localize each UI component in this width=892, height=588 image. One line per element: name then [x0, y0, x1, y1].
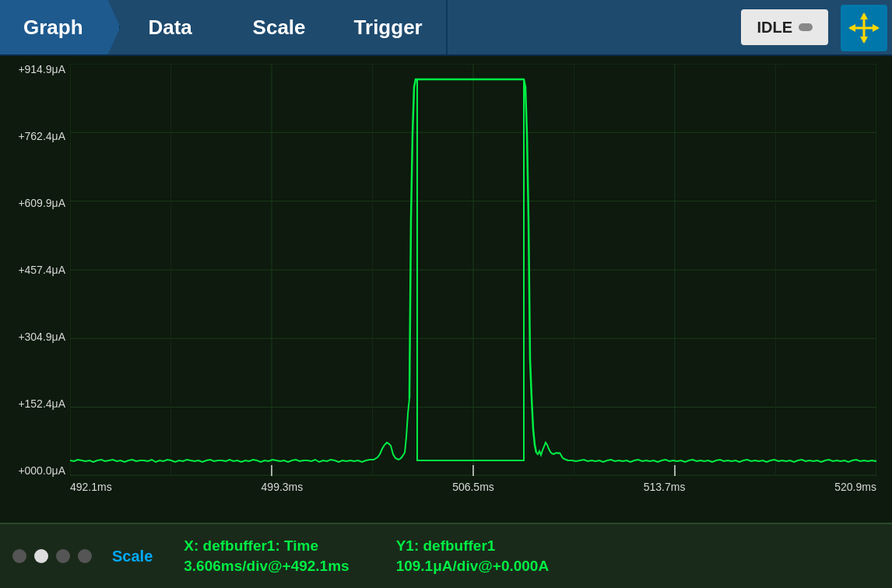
x-label-4: 520.9ms	[834, 481, 876, 493]
tab-trigger-label: Trigger	[354, 16, 423, 40]
y-title: Y1: defbuffer1	[396, 537, 550, 555]
tab-scale-label: Scale	[253, 16, 306, 40]
x-axis: 492.1ms 499.3ms 506.5ms 513.7ms 520.9ms	[70, 476, 876, 515]
y-label-6: +000.0μA	[18, 465, 65, 476]
dot-3	[78, 549, 92, 563]
graph-container: +914.9μA +762.4μA +609.9μA +457.4μA +304…	[0, 56, 892, 523]
idle-label: IDLE	[757, 19, 792, 37]
dot-indicators	[12, 549, 92, 563]
scale-label: Scale	[112, 548, 153, 565]
x-title: X: defbuffer1: Time	[184, 537, 349, 555]
graph-svg	[70, 64, 876, 476]
idle-badge: IDLE	[741, 9, 828, 45]
idle-dot-icon	[799, 23, 813, 31]
tab-trigger[interactable]: Trigger	[331, 0, 448, 54]
dot-1	[34, 549, 48, 563]
dot-0	[12, 549, 26, 563]
tab-scale[interactable]: Scale	[222, 0, 339, 54]
tab-graph-label: Graph	[23, 16, 83, 40]
dot-2	[56, 549, 70, 563]
header-spacer	[448, 0, 734, 54]
tab-data-label: Data	[148, 16, 191, 40]
status-x-col: X: defbuffer1: Time 3.606ms/div@+492.1ms	[184, 537, 349, 575]
y-label-5: +152.4μA	[18, 398, 65, 409]
y-label-0: +914.9μA	[18, 64, 65, 75]
y-label-3: +457.4μA	[18, 264, 65, 275]
x-label-0: 492.1ms	[70, 481, 112, 493]
svg-marker-4	[848, 24, 855, 32]
svg-marker-2	[860, 12, 868, 19]
tab-data[interactable]: Data	[113, 0, 230, 54]
status-y-col: Y1: defbuffer1 109.1μA/div@+0.000A	[396, 537, 550, 575]
header: Graph Data Scale Trigger IDLE	[0, 0, 892, 56]
pan-icon	[847, 11, 881, 45]
tab-graph[interactable]: Graph	[0, 0, 121, 54]
x-label-1: 499.3ms	[262, 481, 304, 493]
graph-area	[70, 64, 876, 476]
status-bar: Scale X: defbuffer1: Time 3.606ms/div@+4…	[0, 523, 892, 588]
x-value: 3.606ms/div@+492.1ms	[184, 558, 349, 575]
y-label-2: +609.9μA	[18, 198, 65, 208]
svg-marker-3	[860, 37, 868, 44]
y-value: 109.1μA/div@+0.000A	[396, 558, 550, 575]
x-label-2: 506.5ms	[452, 481, 494, 493]
pan-move-button[interactable]	[841, 5, 887, 51]
y-label-4: +304.9μA	[18, 331, 65, 342]
svg-marker-5	[873, 24, 880, 32]
status-info: X: defbuffer1: Time 3.606ms/div@+492.1ms…	[184, 537, 549, 575]
x-label-3: 513.7ms	[644, 481, 686, 493]
y-label-1: +762.4μA	[18, 131, 65, 142]
y-axis: +914.9μA +762.4μA +609.9μA +457.4μA +304…	[0, 64, 70, 476]
